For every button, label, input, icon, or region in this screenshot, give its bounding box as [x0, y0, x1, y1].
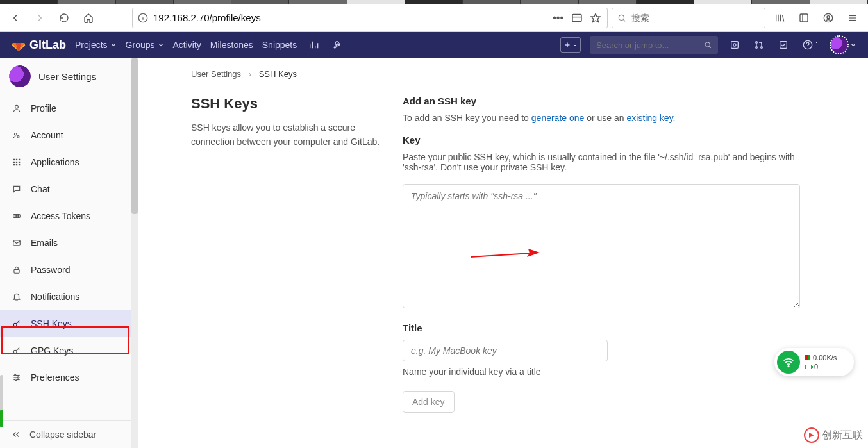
breadcrumb-sep: › — [249, 69, 251, 79]
svg-rect-42 — [16, 162, 17, 163]
svg-rect-52 — [14, 269, 19, 273]
svg-point-36 — [15, 133, 17, 136]
back-button[interactable] — [5, 8, 26, 28]
svg-point-30 — [756, 47, 758, 49]
avatar — [831, 37, 847, 53]
add-key-form: Add an SSH key To add an SSH key you nee… — [403, 95, 813, 413]
network-stats: 0.00K/s 0 — [805, 354, 837, 370]
search-icon — [617, 13, 626, 22]
gitlab-search[interactable] — [590, 36, 718, 54]
user-menu[interactable] — [831, 37, 856, 53]
sidebar-item-ssh-keys[interactable]: SSH Keys — [0, 310, 131, 337]
sidebar-item-chat[interactable]: Chat — [0, 176, 131, 203]
gitlab-search-input[interactable] — [596, 40, 699, 50]
browser-toolbar: 192.168.2.70/profile/keys ••• — [0, 4, 868, 32]
breadcrumb-root[interactable]: User Settings — [191, 69, 241, 79]
collapse-sidebar[interactable]: Collapse sidebar — [0, 420, 131, 448]
sidebar-item-preferences[interactable]: Preferences — [0, 364, 131, 391]
activity-graph-icon[interactable] — [306, 37, 321, 53]
sidebar-avatar — [9, 65, 31, 87]
sidebar-item-gpg-keys[interactable]: GPG Keys — [0, 337, 131, 364]
sidebar-item-applications[interactable]: Applications — [0, 149, 131, 176]
sidebar-item-access-tokens[interactable]: Access Tokens — [0, 203, 131, 229]
svg-rect-38 — [13, 159, 15, 160]
sidebar-toggle-icon[interactable] — [794, 8, 814, 28]
svg-point-31 — [761, 47, 763, 49]
sidebar-item-profile[interactable]: Profile — [0, 95, 131, 122]
svg-rect-12 — [800, 14, 808, 22]
chevron-down-icon — [850, 42, 856, 48]
sidebar-item-emails[interactable]: Emails — [0, 229, 131, 256]
nav-groups[interactable]: Groups — [126, 40, 164, 50]
key-hint: Paste your public SSH key, which is usua… — [403, 152, 813, 172]
watermark: 创新互联 — [804, 427, 863, 443]
library-icon[interactable] — [769, 8, 790, 28]
svg-line-26 — [709, 46, 711, 48]
account-icon[interactable] — [818, 8, 839, 28]
page-title: SSH Keys — [191, 95, 387, 112]
sidebar-item-account[interactable]: Account — [0, 122, 131, 149]
section-description: SSH Keys SSH keys allow you to establish… — [191, 95, 387, 413]
svg-point-58 — [15, 374, 16, 376]
help-icon[interactable] — [800, 37, 822, 53]
link-generate[interactable]: generate one — [531, 113, 585, 123]
browser-search-input[interactable] — [631, 13, 760, 23]
network-widget[interactable]: 0.00K/s 0 — [774, 348, 854, 376]
nav-activity[interactable]: Activity — [173, 40, 201, 50]
svg-rect-32 — [780, 42, 787, 49]
gitlab-logo[interactable]: GitLab — [12, 38, 66, 52]
account-icon — [12, 131, 22, 140]
new-dropdown[interactable] — [560, 37, 581, 53]
add-key-button[interactable]: Add key — [403, 391, 455, 413]
forward-button[interactable] — [29, 8, 50, 28]
sliders-icon — [12, 373, 22, 382]
reload-button[interactable] — [54, 8, 74, 28]
nav-milestones[interactable]: Milestones — [210, 40, 253, 50]
add-key-heading: Add an SSH key — [403, 95, 813, 106]
todos-icon[interactable] — [776, 37, 791, 53]
merge-request-icon[interactable] — [751, 37, 767, 53]
browser-search[interactable] — [612, 8, 765, 28]
info-icon — [138, 13, 148, 23]
svg-marker-5 — [591, 13, 599, 22]
lock-icon — [12, 265, 22, 274]
sidebar-list: Profile Account Applications Chat Access… — [0, 95, 131, 420]
key-textarea[interactable] — [403, 184, 800, 308]
svg-rect-27 — [731, 42, 739, 49]
nav-snippets[interactable]: Snippets — [262, 40, 297, 50]
key-label: Key — [403, 135, 813, 145]
svg-rect-44 — [13, 164, 15, 165]
sidebar-item-password[interactable]: Password — [0, 256, 131, 283]
settings-sidebar: User Settings Profile Account Applicatio… — [0, 58, 132, 448]
svg-point-25 — [705, 42, 710, 47]
browser-tab-strip — [0, 0, 868, 4]
brand-text: GitLab — [29, 38, 66, 52]
svg-point-29 — [756, 42, 758, 44]
home-button[interactable] — [78, 8, 99, 28]
svg-point-28 — [733, 44, 736, 46]
more-icon[interactable]: ••• — [551, 11, 565, 25]
nav-projects[interactable]: Projects — [75, 40, 117, 50]
title-hint: Name your individual key via a title — [403, 367, 813, 377]
svg-point-54 — [13, 350, 17, 353]
issues-icon[interactable] — [727, 37, 742, 53]
svg-rect-46 — [19, 164, 20, 165]
key-icon — [12, 346, 22, 355]
bookmark-star-icon[interactable] — [589, 12, 602, 24]
user-icon — [12, 104, 22, 113]
sidebar-header[interactable]: User Settings — [0, 58, 131, 95]
search-icon — [704, 40, 712, 49]
wrench-icon[interactable] — [330, 37, 346, 53]
title-input[interactable] — [403, 340, 608, 361]
reader-icon[interactable] — [570, 12, 584, 24]
svg-point-63 — [788, 366, 789, 367]
link-existing[interactable]: existing key — [627, 113, 673, 123]
svg-line-7 — [623, 19, 625, 21]
sidebar-item-notifications[interactable]: Notifications — [0, 283, 131, 310]
sidebar-title: User Settings — [38, 71, 96, 82]
wifi-icon — [777, 351, 800, 374]
key-icon — [12, 319, 22, 328]
url-bar[interactable]: 192.168.2.70/profile/keys ••• — [132, 8, 608, 28]
svg-rect-41 — [13, 162, 15, 163]
menu-icon[interactable] — [842, 8, 863, 28]
